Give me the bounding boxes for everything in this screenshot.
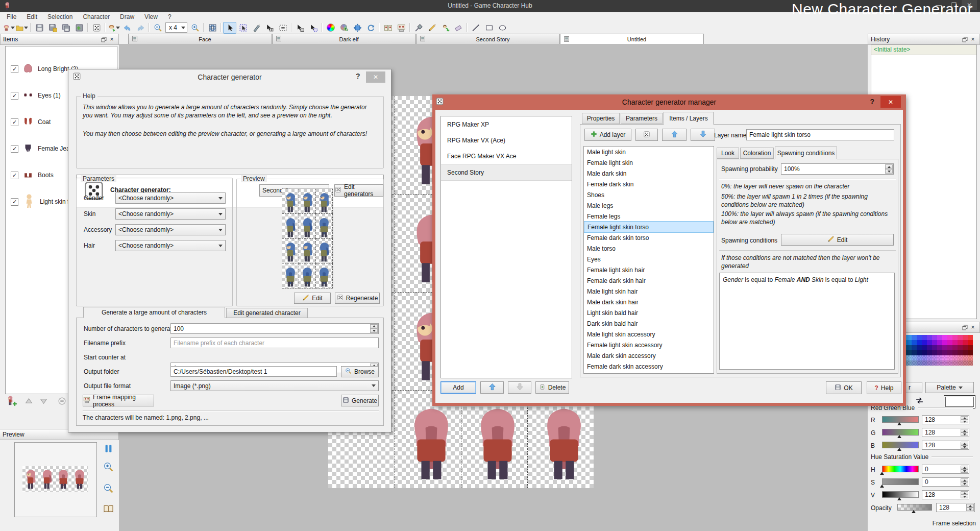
layer-item[interactable]: Male light skin accessory [584,329,714,340]
palette-swatch[interactable] [927,355,932,360]
palette-swatch[interactable] [963,335,968,340]
checkbox[interactable]: ✓ [11,65,18,73]
palette-swatch[interactable] [906,350,912,355]
dialog-titlebar[interactable]: Character generator manager ? ✕ [432,94,906,110]
hair-select[interactable]: <Choose randomly> [115,240,226,251]
palette-swatch[interactable] [932,340,937,345]
palette-swatch[interactable] [952,350,958,355]
pause-button[interactable] [102,442,114,454]
palette-swatch[interactable] [927,340,932,345]
palette-swatch[interactable] [958,345,963,350]
move-down-button[interactable] [508,381,531,394]
save-as-button[interactable] [46,22,59,34]
layer-item[interactable]: Female light skin [584,157,714,168]
line-button[interactable] [469,22,482,34]
layer-item[interactable]: Eyes [584,254,714,264]
palette-swatch[interactable] [963,345,968,350]
document-tab-face[interactable]: Face [128,34,272,44]
palette-swatch[interactable] [912,340,917,345]
palette-swatch[interactable] [958,355,963,360]
zoom-level-select[interactable]: x 4 [165,22,187,33]
palette-swatch[interactable] [927,350,932,355]
color-wheel-button[interactable] [324,22,337,34]
item-row[interactable]: ✓Boots [11,165,54,185]
s-value[interactable]: 0 [922,477,969,487]
palette-swatch[interactable] [968,355,973,360]
menu-view[interactable]: View [140,13,162,21]
g-value[interactable]: 128 [922,428,969,437]
subtab-spawning-conditions[interactable]: Spawning conditiions [775,147,837,159]
edit-conditions-button[interactable]: Edit [781,234,894,246]
v-value[interactable]: 128 [922,490,969,499]
palette-swatch[interactable] [932,350,937,355]
tab-edit-generated[interactable]: Edit generated character [226,308,308,318]
generator-item[interactable]: RPG Maker VX (Ace) [441,132,572,148]
edit-character-button[interactable]: Edit [294,293,331,304]
generator-item[interactable]: Second Story [441,164,572,181]
palette-swatch[interactable] [917,340,922,345]
redo-button[interactable] [134,22,147,34]
undo-button[interactable] [120,22,134,34]
layer-item[interactable]: Female dark skin torso [584,232,714,243]
palette-swatch[interactable] [912,350,917,355]
palette-swatch[interactable] [932,355,937,360]
add-resource-button[interactable] [107,22,120,34]
palette-swatch[interactable] [963,340,968,345]
move-frame-2-button[interactable] [307,22,320,34]
checkbox[interactable]: ✓ [11,198,18,206]
palette-swatch[interactable] [917,335,922,340]
new-character-button[interactable] [2,22,15,34]
subtab-look[interactable]: Look [717,148,739,159]
palette-swatch[interactable] [937,360,942,366]
grid-button[interactable] [206,22,219,34]
palette-swatch[interactable] [963,360,968,366]
menu-[interactable]: ? [163,13,176,21]
palette-swatch[interactable] [937,355,942,360]
layer-item[interactable]: Shoes [584,189,714,200]
palette-swatch[interactable] [947,335,952,340]
palette-swatch[interactable] [958,360,963,366]
palette-swatch[interactable] [952,345,958,350]
palette-swatch[interactable] [917,345,922,350]
item-row[interactable]: ✓Female Jeans [11,138,76,159]
deselect-button[interactable] [276,22,289,34]
zoom-in-button[interactable] [188,22,202,34]
palette-swatch[interactable] [937,335,942,340]
palette-swatch[interactable] [952,355,958,360]
palette-swatch[interactable] [947,345,952,350]
add-item-button[interactable] [4,395,17,406]
tab-generate-large-amount[interactable]: Generate a large amount of characters [83,307,225,318]
count-input[interactable]: 100 [170,323,379,334]
layer-item[interactable]: Male torso [584,243,714,254]
palette-swatch[interactable] [912,335,917,340]
spawn-probability-input[interactable]: 100% [781,163,894,175]
palette-swatch[interactable] [958,350,963,355]
palette-swatch[interactable] [922,355,927,360]
palette-swatch[interactable] [968,335,973,340]
rotate-button[interactable] [364,22,377,34]
generator-item[interactable]: RPG Maker XP [441,116,572,132]
palette-swatch[interactable] [932,335,937,340]
palette-swatch[interactable] [968,360,973,366]
layer-item[interactable]: Female light skin hair [584,264,714,275]
palette-swatch[interactable] [947,350,952,355]
close-icon[interactable]: ✕ [880,96,901,108]
menu-edit[interactable]: Edit [22,13,42,21]
layer-item[interactable]: Male light skin hair [584,286,714,297]
palette-swatch[interactable] [942,335,947,340]
help-button[interactable]: ? [870,98,874,106]
layer-item[interactable]: Female dark skin accessory [584,361,714,372]
palette-swatch[interactable] [952,335,958,340]
move-button[interactable] [351,22,364,34]
generate-button[interactable]: Generate [341,395,379,406]
select-button[interactable] [223,22,236,34]
add-layer-button[interactable]: Add layer [584,129,631,141]
palette-swatch[interactable] [968,340,973,345]
layer-item[interactable]: Male legs [584,200,714,211]
palette-swatch[interactable] [917,355,922,360]
ok-button[interactable]: OK [826,381,862,394]
export-button[interactable] [72,22,86,34]
palette-swatch[interactable] [947,340,952,345]
palette-swatch[interactable] [963,355,968,360]
layer-name-input[interactable]: Female light skin torso [746,129,894,140]
